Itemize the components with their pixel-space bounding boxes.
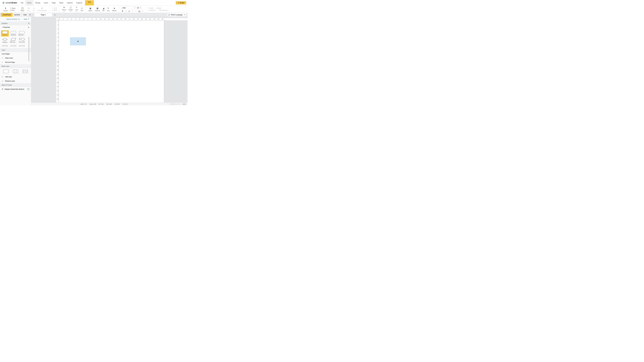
spacing-button[interactable]: ⇅Spacing [148,9,156,11]
menu-icon[interactable]: ☰ [28,22,30,24]
line-icon: ↖ [76,6,78,9]
shape-start-end[interactable]: Start/End [10,30,17,36]
share-icon: ↗ [10,7,11,9]
logo-icon [2,1,5,4]
undo-button[interactable]: ↶Undo [52,7,57,9]
shape-more-3[interactable] [18,44,26,47]
status-top: Top= 4.20 [90,103,96,105]
buy-button[interactable]: Buy [85,0,94,5]
flowchart-label: Flowchart [3,26,10,28]
font-family-select[interactable]: Arial▼ [122,6,136,9]
menu-design[interactable]: Design [33,0,42,5]
menu-table[interactable]: Table [58,0,65,5]
ruler-horizontal: 0123456789101112131415161718192021222324… [59,18,188,20]
remove-lane-label: Remove Lane [5,80,15,82]
share-button-top[interactable]: ↗ Share [176,1,186,4]
menu-page[interactable]: Page [50,0,58,5]
line-style-button[interactable]: ✎Line [106,6,111,13]
align-button[interactable]: ▤Align [156,7,161,9]
fill-button[interactable]: ◢Fill [101,6,106,13]
shape-label: Decision [1,41,8,43]
ribbon-group-font: Arial▼ 10▼ B I U x₂ x² A Ω [119,6,146,13]
shape-tool[interactable]: ▢Shape▼ [67,6,74,13]
shape-label: Document [18,41,26,43]
bullet-button[interactable]: ≡Bullet [148,7,154,9]
underline-button[interactable]: U [128,10,130,12]
redo-button[interactable]: ↷Redo [52,9,57,11]
tab-symbols[interactable]: Symbols [12,13,22,16]
select-tool[interactable]: ➤Select▼ [61,6,67,13]
chevron-down-icon: ▼ [183,14,185,15]
draw-lines-button[interactable]: ↖Draw Lines [0,56,31,60]
menu-file[interactable]: File [19,0,25,5]
subscript-button[interactable]: x₂ [132,10,134,12]
paste-button[interactable]: 📋Paste [19,6,26,13]
flowchart-category[interactable]: ▾Flowchart ✕ [0,25,31,29]
dropped-process-shape[interactable]: ✥ [70,37,86,45]
menu-options[interactable]: Options [65,0,74,5]
effects-label: Effects [112,10,116,11]
export-label: Export [4,10,8,11]
canvas-page[interactable]: ✥ [59,20,164,103]
styles-button[interactable]: ▣Styles [87,6,94,13]
shape-more-1[interactable] [1,44,9,47]
scrollbar[interactable] [28,37,29,61]
search-icon: 🔍 [18,18,20,20]
menu-items: File Home Design Insert Page Table Optio… [19,0,94,5]
themes-button[interactable]: ▦Themes [94,6,101,13]
font-color-button[interactable]: A [138,10,140,12]
print-button[interactable]: ⎙Print [10,9,16,11]
svg-marker-2 [11,38,16,40]
redo-label: Redo [54,9,57,11]
page-tab-1[interactable]: Page 1 [34,13,52,16]
menu-insert[interactable]: Insert [42,0,50,5]
remove-lane-button[interactable]: ▭Remove Lane [0,79,31,83]
status-x: X= 4.63 [115,103,120,105]
zoom-controls: 100% [170,103,186,105]
paste-icon: 📋 [21,7,24,9]
collapse-button[interactable]: > [31,14,34,15]
cut-button[interactable]: ✂Cut [32,6,36,13]
bold-button[interactable]: B [122,10,124,12]
smartaction-checkbox[interactable]: ✓ [28,88,29,90]
copy-button[interactable]: ⧉Copy [26,6,32,13]
text-direction-button[interactable]: →Text Direction [157,9,168,11]
font-size-select[interactable]: 10▼ [136,6,142,9]
effects-button[interactable]: ★Effects [111,6,118,13]
menu-support[interactable]: Support [74,0,84,5]
add-page-button[interactable]: ⊕ [52,13,58,16]
search-symbols-link[interactable]: Search symbols 🔍 [6,18,20,20]
zoom-slider[interactable] [170,104,181,104]
page-tabs: > Page 1 ⊕ [31,13,167,16]
line-tool[interactable]: ↖Line▼ [74,6,79,13]
tab-smartpanel[interactable]: SmartPanel [1,13,12,16]
share-button[interactable]: ↗Share [10,7,16,9]
add-lane-button[interactable]: ▯Add Lane [0,75,31,79]
export-button[interactable]: ⬇Export [2,6,9,13]
text-tool[interactable]: AText [79,6,84,13]
shape-icon: ▢ [70,6,72,9]
swim-horizontal[interactable] [23,70,28,73]
swim-vertical[interactable] [13,70,18,73]
line-shape-dropdown[interactable]: Line Shape▾ [0,52,31,56]
italic-button[interactable]: I [125,10,127,12]
shape-document[interactable]: Document [18,37,26,44]
help-link[interactable]: Help ⓘ [24,18,29,20]
menu-home[interactable]: Home [25,0,33,5]
swim-single[interactable] [3,70,8,73]
set-line-hops-button[interactable]: +Set Line Hops [0,60,31,64]
zoom-thumb[interactable] [172,103,173,105]
spacing-label: Spacing [150,9,156,11]
language-select[interactable]: Select Language ▼ [167,13,186,16]
tab-data[interactable]: Data [22,13,28,16]
close-icon[interactable]: ✕ [28,26,29,28]
shape-process[interactable]: Process [1,30,9,36]
symbol-button[interactable]: Ω [142,10,144,12]
superscript-button[interactable]: x² [135,10,137,12]
shape-more-2[interactable] [10,44,17,47]
shape-data[interactable]: Data (Input... [10,37,17,44]
format-painter-button[interactable]: 🖌Format Painter [36,6,48,13]
shape-alternate[interactable]: Alternate Pr... [18,30,26,36]
shape-decision[interactable]: Decision [1,37,9,44]
line-hops-label: Set Line Hops [5,61,15,63]
